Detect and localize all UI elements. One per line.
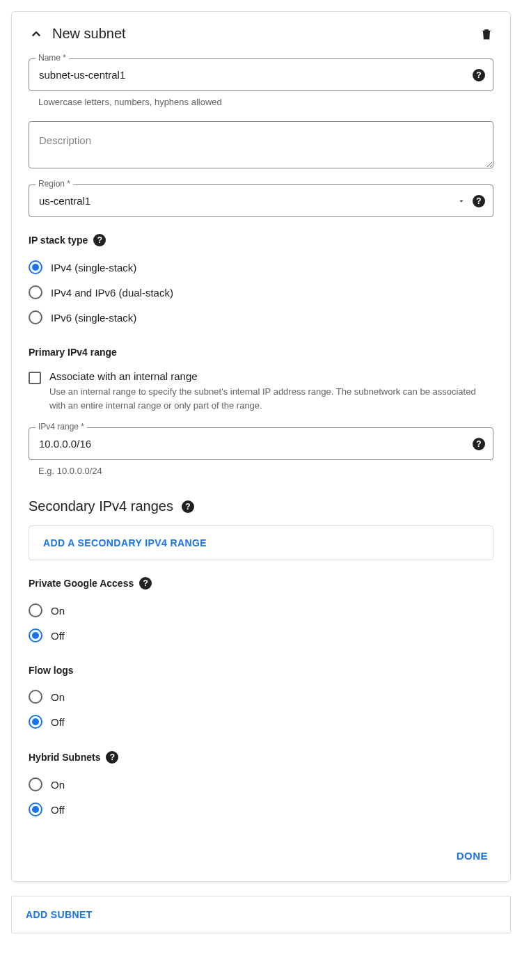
name-helper: Lowercase letters, numbers, hyphens allo…: [38, 97, 493, 107]
ipv4-range-helper: E.g. 10.0.0.0/24: [38, 466, 493, 476]
flow-logs-label: Flow logs: [29, 665, 493, 676]
ipv4-range-field-group: IPv4 range * ?: [29, 427, 493, 460]
add-subnet-container: ADD SUBNET: [11, 896, 511, 933]
associate-checkbox[interactable]: [29, 372, 41, 384]
add-secondary-range-button[interactable]: ADD A SECONDARY IPV4 RANGE: [43, 537, 207, 548]
new-subnet-panel: New subnet Name * ? Lowercase letters, n…: [11, 11, 511, 882]
description-input[interactable]: [29, 121, 493, 168]
delete-icon[interactable]: [480, 27, 493, 41]
help-icon[interactable]: ?: [139, 577, 152, 590]
region-select[interactable]: [29, 184, 493, 217]
help-icon[interactable]: ?: [473, 438, 485, 450]
associate-internal-range-row: Associate with an internal range Use an …: [29, 366, 493, 416]
secondary-ipv4-heading: Secondary IPv4 ranges ?: [29, 498, 493, 514]
ip-stack-dual-radio[interactable]: IPv4 and IPv6 (dual-stack): [29, 280, 493, 305]
hybrid-subnets-label: Hybrid Subnets ?: [29, 751, 493, 764]
done-button[interactable]: DONE: [451, 844, 493, 867]
associate-label: Associate with an internal range: [49, 370, 493, 382]
ip-stack-type-radios: IPv4 (single-stack) IPv4 and IPv6 (dual-…: [29, 255, 493, 330]
panel-header: New subnet: [29, 26, 493, 42]
help-icon[interactable]: ?: [473, 69, 485, 81]
add-subnet-button[interactable]: ADD SUBNET: [26, 909, 93, 920]
ipv4-range-input[interactable]: [29, 427, 493, 460]
dropdown-icon[interactable]: [457, 197, 466, 205]
collapse-icon[interactable]: [29, 26, 44, 42]
name-label: Name *: [35, 53, 69, 63]
help-icon[interactable]: ?: [93, 234, 106, 246]
name-input[interactable]: [29, 58, 493, 91]
name-field-group: Name * ?: [29, 58, 493, 91]
flowlogs-on-radio[interactable]: On: [29, 684, 493, 709]
flowlogs-off-radio[interactable]: Off: [29, 709, 493, 734]
associate-desc: Use an internal range to specify the sub…: [49, 385, 493, 412]
help-icon[interactable]: ?: [182, 500, 194, 513]
help-icon[interactable]: ?: [473, 195, 485, 207]
ip-stack-ipv4-radio[interactable]: IPv4 (single-stack): [29, 255, 493, 280]
help-icon[interactable]: ?: [106, 751, 118, 764]
hybrid-on-radio[interactable]: On: [29, 772, 493, 797]
add-secondary-range-container: ADD A SECONDARY IPV4 RANGE: [29, 525, 493, 560]
panel-title: New subnet: [52, 26, 126, 42]
pga-off-radio[interactable]: Off: [29, 623, 493, 648]
pga-on-radio[interactable]: On: [29, 598, 493, 623]
ip-stack-ipv6-radio[interactable]: IPv6 (single-stack): [29, 305, 493, 330]
region-label: Region *: [35, 179, 73, 189]
ip-stack-type-label: IP stack type ?: [29, 234, 493, 246]
description-field-group: [29, 121, 493, 171]
primary-ipv4-label: Primary IPv4 range: [29, 347, 493, 358]
hybrid-off-radio[interactable]: Off: [29, 797, 493, 822]
ipv4-range-label: IPv4 range *: [35, 422, 87, 432]
private-google-access-label: Private Google Access ?: [29, 577, 493, 590]
region-field-group: Region * ?: [29, 184, 493, 217]
